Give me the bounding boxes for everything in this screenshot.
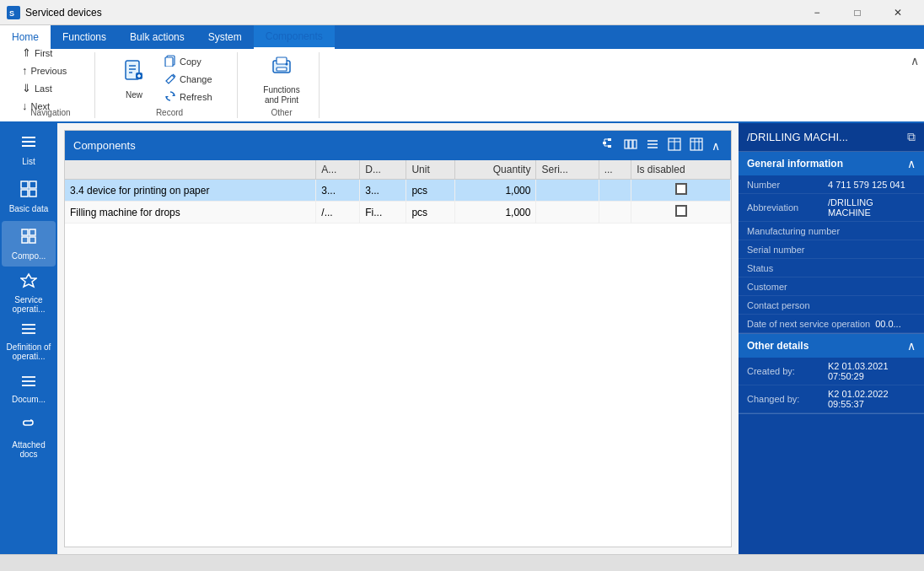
components-title: Components xyxy=(73,139,136,152)
status-label: Status xyxy=(747,263,823,273)
definition-icon xyxy=(20,322,37,340)
sidebar-item-components[interactable]: Compo... xyxy=(2,221,56,267)
components-icon xyxy=(20,228,37,249)
maximize-button[interactable]: □ xyxy=(838,0,877,25)
change-button[interactable]: Change xyxy=(159,71,227,88)
created-label: Created by: xyxy=(747,366,823,376)
title-bar: S Serviced devices − □ ✕ xyxy=(0,0,924,25)
app-icon: S xyxy=(7,6,20,19)
components-table: A... D... Unit Quantity Seri... ... Is d… xyxy=(65,160,731,224)
row2-a: /... xyxy=(316,202,360,224)
sidebar: List Basic data xyxy=(0,123,57,554)
navigation-group-label: Navigation xyxy=(30,108,70,119)
previous-icon: ↑ xyxy=(22,64,28,77)
tab-bulk-actions[interactable]: Bulk actions xyxy=(118,25,196,49)
field-customer: Customer xyxy=(739,277,924,296)
service-operations-icon xyxy=(20,272,37,293)
sidebar-item-definition[interactable]: Definition of operati... xyxy=(2,319,56,364)
field-changed-by: Changed by: K2 01.02.2022 09:55:37 xyxy=(739,385,924,413)
status-bar xyxy=(0,554,924,571)
svg-rect-22 xyxy=(30,181,36,188)
row1-unit: pcs xyxy=(406,180,454,202)
window-controls: − □ ✕ xyxy=(798,0,917,25)
row1-seri xyxy=(536,180,599,202)
list-icon xyxy=(20,133,37,154)
field-abbreviation: Abbreviation /DRILLING MACHINE xyxy=(739,194,924,222)
other-buttons: Functionsand Print xyxy=(255,52,309,106)
col-dots: ... xyxy=(599,160,631,180)
sidebar-label-service-ops: Service operati... xyxy=(3,295,54,314)
refresh-icon xyxy=(164,90,176,105)
previous-button[interactable]: ↑ Previous xyxy=(17,62,84,79)
general-info-title: General information ∧ xyxy=(739,152,924,175)
field-contact-person: Contact person xyxy=(739,296,924,315)
general-info-collapse[interactable]: ∧ xyxy=(907,157,916,170)
sidebar-label-basic-data: Basic data xyxy=(9,204,49,213)
col-name xyxy=(65,160,316,180)
documents-icon xyxy=(20,374,37,392)
sidebar-label-definition: Definition of operati... xyxy=(3,342,54,361)
abbreviation-label: Abbreviation xyxy=(747,202,823,213)
refresh-button[interactable]: Refresh xyxy=(159,89,227,105)
minimize-button[interactable]: − xyxy=(798,0,836,25)
comp-tool-list[interactable] xyxy=(643,136,662,155)
last-button[interactable]: ⇓ Last xyxy=(17,80,84,97)
new-icon xyxy=(122,59,146,88)
new-button[interactable]: New xyxy=(112,52,156,106)
basic-data-icon xyxy=(20,180,37,202)
right-panel-header: /DRILLING MACHI... ⧉ xyxy=(739,123,924,152)
comp-tool-collapse[interactable]: ∧ xyxy=(709,137,723,154)
close-button[interactable]: ✕ xyxy=(878,0,917,25)
other-details-collapse[interactable]: ∧ xyxy=(907,339,916,353)
menu-bar: Home Functions Bulk actions System Compo… xyxy=(0,25,924,49)
ribbon-collapse-button[interactable]: ∧ xyxy=(911,54,919,67)
right-panel-title: /DRILLING MACHI... xyxy=(747,131,848,143)
other-group-label: Other xyxy=(271,108,292,119)
sidebar-label-list: List xyxy=(22,157,35,166)
field-number: Number 4 711 579 125 041 xyxy=(739,175,924,194)
tab-components[interactable]: Components xyxy=(254,25,335,49)
table-row[interactable]: Filling machine for drops /... Fi... pcs… xyxy=(65,202,731,224)
customer-label: Customer xyxy=(747,282,823,292)
copy-button[interactable]: Copy xyxy=(159,53,227,70)
row2-dots xyxy=(599,202,631,224)
col-d: D... xyxy=(360,160,406,180)
col-unit: Unit xyxy=(406,160,454,180)
table-row[interactable]: 3.4 device for printing on paper 3... 3.… xyxy=(65,180,731,202)
sidebar-item-documents[interactable]: Docum... xyxy=(2,366,56,412)
row2-unit: pcs xyxy=(406,202,454,224)
external-link-icon[interactable]: ⧉ xyxy=(907,130,916,144)
last-icon: ⇓ xyxy=(22,82,31,94)
right-panel: /DRILLING MACHI... ⧉ General information… xyxy=(739,123,924,554)
sidebar-item-attached-docs[interactable]: Attached docs xyxy=(2,413,56,462)
sidebar-item-service-operations[interactable]: Service operati... xyxy=(2,268,56,317)
functions-print-button[interactable]: Functionsand Print xyxy=(255,52,309,106)
svg-rect-15 xyxy=(277,57,287,64)
contact-label: Contact person xyxy=(747,300,823,310)
row1-a: 3... xyxy=(316,180,360,202)
number-label: Number xyxy=(747,180,823,190)
number-value: 4 711 579 125 041 xyxy=(828,180,905,190)
components-table-container: A... D... Unit Quantity Seri... ... Is d… xyxy=(65,160,731,547)
field-status: Status xyxy=(739,259,924,277)
next-icon: ↓ xyxy=(22,100,28,112)
svg-rect-37 xyxy=(608,145,611,148)
title-bar-left: S Serviced devices xyxy=(7,6,102,19)
comp-tool-view1[interactable] xyxy=(665,136,684,155)
col-seri: Seri... xyxy=(536,160,599,180)
tab-system[interactable]: System xyxy=(196,25,254,49)
first-button[interactable]: ⇑ First xyxy=(17,45,84,62)
changed-value: K2 01.02.2022 09:55:37 xyxy=(828,389,916,409)
sidebar-item-basic-data[interactable]: Basic data xyxy=(2,174,56,219)
ribbon-group-navigation: ⇑ First ↑ Previous ⇓ Last ↓ Next Navigat… xyxy=(7,52,95,118)
sidebar-item-list[interactable]: List xyxy=(2,127,56,172)
comp-tool-tree[interactable] xyxy=(599,136,618,155)
comp-tool-columns[interactable] xyxy=(621,136,640,155)
ribbon-group-record: New Copy xyxy=(102,52,238,118)
copy-icon xyxy=(164,55,176,69)
comp-tool-view2[interactable] xyxy=(687,136,706,155)
field-serial-number: Serial number xyxy=(739,240,924,259)
svg-rect-25 xyxy=(22,229,28,235)
components-header: Components xyxy=(65,131,731,160)
table-header-row: A... D... Unit Quantity Seri... ... Is d… xyxy=(65,160,731,180)
